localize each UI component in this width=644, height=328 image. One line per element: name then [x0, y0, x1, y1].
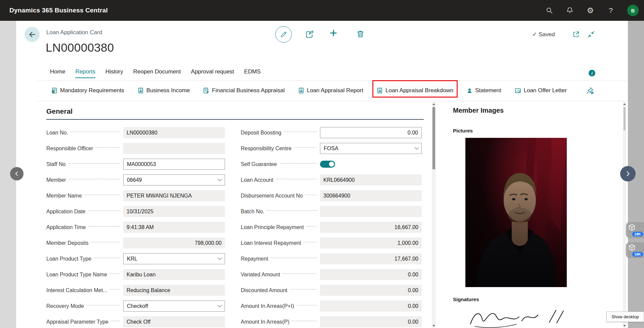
field-label: Disbursement Account No	[241, 193, 303, 199]
action-mandatory-requirements[interactable]: Mandatory Requirements	[51, 87, 124, 94]
dotted-leader	[304, 242, 317, 242]
member-select[interactable]: 06649	[123, 174, 225, 185]
collapse-arrows-icon	[587, 31, 595, 38]
collapse-button[interactable]	[587, 31, 595, 40]
self-guarantee-toggle[interactable]	[320, 161, 335, 168]
report-actions-bar: Mandatory RequirementsBusiness IncomeFin…	[51, 84, 567, 97]
document-number-title: LN00000380	[46, 41, 114, 54]
saved-label: Saved	[539, 31, 555, 38]
field-row-loan-product-type-name: Loan Product Type NameKaribu Loan	[46, 269, 225, 280]
next-record-button[interactable]	[620, 166, 636, 181]
dotted-leader	[283, 273, 317, 274]
disbursement-account-no-value: 300664900	[320, 190, 422, 201]
scroll-down-icon[interactable]	[432, 323, 436, 328]
field-label: Appraisal Parameter Type	[46, 319, 108, 325]
delete-button[interactable]	[356, 30, 365, 40]
checklist-report-icon	[51, 88, 57, 94]
field-label: Amount In Arreas(P)	[241, 319, 289, 325]
edit-button[interactable]	[275, 26, 292, 43]
main-scrollbar[interactable]	[432, 102, 436, 328]
select-value: Checkoff	[127, 303, 148, 309]
menu-tab-bar: HomeReportsHistoryReopen DocumentApprova…	[50, 68, 261, 80]
field-label: Amount In Arreas(P+I)	[241, 303, 294, 309]
settings-gear-icon[interactable]: ⚙	[586, 6, 594, 14]
user-avatar[interactable]: B	[627, 5, 639, 16]
dotted-leader	[71, 131, 120, 132]
new-document-button[interactable]: +	[330, 25, 337, 41]
field-label: Loan Interest Repayment	[241, 240, 301, 246]
action-label: Statement	[475, 87, 501, 94]
action-loan-appraisal-report[interactable]: Loan Appraisal Report	[298, 87, 363, 94]
help-icon[interactable]: ?	[607, 6, 615, 14]
notifications-bell-icon[interactable]	[566, 6, 574, 14]
search-icon[interactable]	[545, 6, 553, 14]
action-business-income[interactable]: Business Income	[138, 87, 190, 94]
field-label: Member Deposits	[46, 240, 88, 246]
tab-approval-request[interactable]: Approval request	[191, 68, 234, 77]
dotted-leader	[306, 195, 317, 195]
pictures-label: Pictures	[453, 128, 473, 133]
chevron-right-icon	[624, 170, 632, 177]
field-row-disbursement-account-no: Disbursement Account No300664900	[241, 190, 422, 201]
field-label: Member	[46, 177, 66, 183]
deposit-boosting-input[interactable]	[320, 127, 422, 138]
chevron-left-icon	[13, 170, 20, 177]
factbox-scrollbar[interactable]	[623, 102, 626, 328]
cube-icon	[628, 223, 636, 233]
share-button[interactable]	[305, 30, 314, 40]
dotted-leader	[96, 147, 120, 148]
floating-badge[interactable]: 18K	[626, 242, 644, 258]
member-name-value: PETER MWANGI NJENGA	[123, 190, 225, 201]
action-loan-appraisal-breakdown[interactable]: Loan Appraisal Breakdown	[377, 87, 453, 94]
staff-no-input[interactable]	[123, 159, 225, 170]
dotted-leader	[284, 131, 317, 132]
loan-account-value: KRL0664900	[320, 174, 422, 185]
scroll-up-icon[interactable]	[623, 102, 626, 106]
action-loan-offer-letter[interactable]: Loan Offer Letter	[515, 87, 567, 94]
field-label: Loan Product Type Name	[46, 272, 107, 278]
scroll-down-icon[interactable]	[623, 323, 626, 328]
open-in-window-button[interactable]	[572, 31, 580, 40]
field-row-amount-in-arreas-p-i: Amount In Arreas(P+I)0.00	[241, 300, 422, 312]
field-row-staff-no: Staff No	[46, 159, 225, 170]
back-arrow-icon	[28, 30, 37, 39]
form-column-left: Loan No.LN00000380Responsible OfficerSta…	[46, 127, 225, 328]
tab-home[interactable]: Home	[50, 68, 65, 77]
loan-product-type-select[interactable]: KRL	[123, 253, 225, 264]
screen: Dynamics 365 Business Central ⚙ ? B Loan…	[0, 0, 644, 328]
responsibility-centre-select[interactable]: FOSA	[320, 143, 422, 154]
scroll-up-icon[interactable]	[432, 102, 436, 106]
previous-record-button[interactable]	[10, 167, 24, 180]
general-section-title: General	[46, 107, 73, 115]
dotted-leader	[85, 195, 120, 195]
chevron-down-icon	[414, 145, 419, 150]
dotted-leader	[276, 179, 317, 179]
tab-history[interactable]: History	[105, 68, 123, 77]
field-row-loan-principle-repayment: Loan Principle Repayment16,667.00	[241, 222, 422, 233]
general-section-rule	[46, 119, 424, 120]
dotted-leader	[294, 147, 317, 148]
unpin-icon[interactable]	[586, 87, 594, 96]
tab-edms[interactable]: EDMS	[244, 68, 261, 77]
main-scrollbar-thumb[interactable]	[432, 107, 435, 169]
back-button[interactable]	[25, 27, 40, 42]
action-label: Business Income	[146, 87, 190, 94]
floating-badge[interactable]: 18K	[626, 222, 644, 238]
dotted-leader	[292, 321, 317, 321]
field-label: Variated Amount	[241, 272, 280, 278]
recovery-mode-select[interactable]: Checkoff	[123, 300, 225, 312]
field-row-amount-in-arreas-p: Amount In Arreas(P)0.00	[241, 316, 422, 327]
action-statement[interactable]: Statement	[467, 87, 501, 94]
tab-reports[interactable]: Reports	[75, 68, 95, 78]
chevron-down-icon	[218, 256, 222, 260]
field-row-member-deposits: Member Deposits798,000.00	[46, 237, 225, 249]
select-value: KRL	[127, 256, 137, 262]
info-icon[interactable]: i	[589, 70, 595, 76]
dotted-leader	[297, 305, 317, 306]
pencil-icon	[280, 31, 287, 38]
factbox-scrollbar-thumb[interactable]	[624, 107, 626, 130]
tab-reopen-document[interactable]: Reopen Document	[133, 68, 181, 77]
action-label: Loan Offer Letter	[524, 87, 567, 94]
action-financial-business-appraisal[interactable]: Financial Business Appraisal	[203, 87, 284, 94]
field-row-interest-calculation-met: Interest Calculation Met...Reducing Bala…	[46, 285, 225, 296]
